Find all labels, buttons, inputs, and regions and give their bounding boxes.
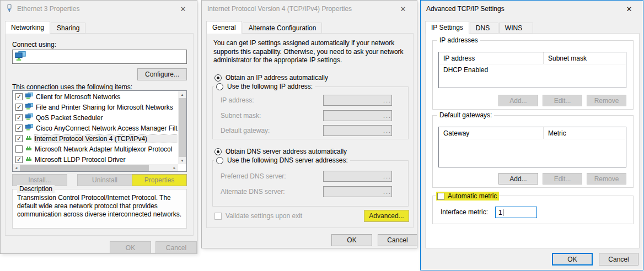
listview-row-dhcp[interactable]: DHCP Enabled [439, 64, 626, 74]
checkbox-checked[interactable]: ✓ [15, 104, 23, 111]
connection-items-listbox[interactable]: ✓ Client for Microsoft Networks ✓ File a… [12, 90, 187, 172]
list-item[interactable]: Microsoft Network Adapter Multiplexor Pr… [13, 144, 178, 154]
remove-button[interactable]: Remove [587, 95, 626, 106]
cancel-button[interactable]: Cancel [378, 234, 417, 246]
list-item[interactable]: ✓ Cisco AnyConnect Network Access Manage… [13, 123, 178, 133]
preferred-dns-field[interactable]: ... [323, 171, 392, 182]
dialog-title: Internet Protocol Version 4 (TCP/IPv4) P… [207, 5, 352, 13]
radio-unselected-icon[interactable] [216, 157, 223, 164]
checkbox-checked[interactable]: ✓ [15, 93, 23, 100]
list-item[interactable]: ✓ QoS Packet Scheduler [13, 112, 178, 123]
advanced-button-highlighted[interactable]: Advanced... [364, 210, 409, 222]
checkbox-unchecked[interactable] [437, 193, 444, 200]
radio-label: Obtain an IP address automatically [226, 74, 328, 82]
advanced-titlebar[interactable]: Advanced TCP/IP Settings ✕ [421, 1, 643, 17]
properties-button-highlighted[interactable]: Properties [132, 174, 187, 186]
tab-general[interactable]: General [206, 21, 242, 34]
checkbox-checked[interactable]: ✓ [15, 156, 23, 163]
preferred-dns-label: Preferred DNS server: [221, 172, 286, 180]
checkbox-unchecked[interactable] [15, 145, 23, 153]
add-button[interactable]: Add... [498, 95, 538, 106]
checkbox-checked[interactable]: ✓ [15, 114, 23, 121]
octet-dot: . [383, 173, 385, 180]
column-header-subnet[interactable]: Subnet mask [544, 55, 587, 62]
client-service-icon [25, 93, 33, 101]
cancel-button[interactable]: Cancel [155, 241, 197, 254]
horizontal-scrollbar[interactable]: ◄ ► [13, 164, 178, 171]
ethernet-plug-icon [6, 4, 13, 14]
tab-networking[interactable]: Networking [5, 21, 50, 34]
default-gateways-caption: Default gateways: [437, 111, 494, 119]
scroll-down-icon[interactable]: ▼ [178, 157, 186, 164]
ethernet-properties-dialog: Ethernet 3 Properties ✕ Networking Shari… [0, 0, 197, 254]
add-button[interactable]: Add... [498, 173, 538, 185]
subnet-mask-field[interactable]: ... [323, 110, 392, 121]
configure-button[interactable]: Configure... [137, 68, 187, 80]
interface-metric-label: Interface metric: [441, 208, 488, 216]
list-item[interactable]: ✓ Client for Microsoft Networks [13, 91, 178, 102]
uninstall-button[interactable]: Uninstall [77, 174, 132, 186]
list-item[interactable]: ✓ File and Printer Sharing for Microsoft… [13, 102, 178, 112]
radio-use-dns[interactable]: Use the following DNS server addresses: [214, 156, 350, 164]
listbox-rows: ✓ Client for Microsoft Networks ✓ File a… [13, 91, 178, 165]
install-button[interactable]: Install... [12, 174, 67, 186]
list-item-label: Cisco AnyConnect Network Access Manager … [36, 124, 178, 132]
radio-selected-icon[interactable] [214, 74, 222, 82]
radio-obtain-ip[interactable]: Obtain an IP address automatically [214, 74, 328, 82]
alternate-dns-field[interactable]: ... [323, 186, 392, 197]
list-item-label: File and Printer Sharing for Microsoft N… [36, 104, 178, 111]
scroll-up-icon[interactable]: ▲ [178, 91, 186, 98]
close-icon[interactable]: ✕ [395, 3, 411, 15]
network-adapter-icon [15, 51, 26, 62]
gateways-listview[interactable]: Gateway Metric [438, 127, 626, 167]
ok-button[interactable]: OK [331, 234, 372, 246]
list-item[interactable]: ✓ Microsoft LLDP Protocol Driver [13, 154, 178, 165]
ip-address-field[interactable]: ... [323, 95, 392, 106]
ipv4-titlebar[interactable]: Internet Protocol Version 4 (TCP/IPv4) P… [202, 1, 417, 17]
vertical-scroll-thumb[interactable] [179, 98, 186, 157]
list-item-selected[interactable]: ✓ Internet Protocol Version 4 (TCP/IPv4) [13, 133, 178, 144]
interface-metric-field[interactable]: 1 [495, 207, 537, 218]
radio-selected-icon[interactable] [214, 148, 222, 155]
edit-button[interactable]: Edit... [543, 173, 582, 185]
checkbox-checked[interactable]: ✓ [15, 135, 23, 142]
radio-label: Use the following DNS server addresses: [227, 156, 348, 164]
dialog-title: Ethernet 3 Properties [17, 5, 79, 13]
items-caption: This connection uses the following items… [12, 83, 132, 91]
tab-dns[interactable]: DNS [470, 23, 498, 34]
radio-obtain-dns[interactable]: Obtain DNS server address automatically [214, 148, 347, 155]
close-icon[interactable]: ✕ [621, 3, 637, 15]
radio-label: Obtain DNS server address automatically [226, 148, 347, 155]
default-gateway-field[interactable]: ... [323, 125, 392, 136]
gateway-buttons-row: Add... Edit... Remove [498, 173, 626, 185]
column-header-metric[interactable]: Metric [544, 129, 566, 137]
scroll-right-icon[interactable]: ► [171, 164, 178, 171]
list-item-label: Internet Protocol Version 4 (TCP/IPv4) [35, 135, 178, 143]
ip-addresses-listview[interactable]: IP address Subnet mask DHCP Enabled [438, 52, 626, 88]
checkbox-checked[interactable]: ✓ [15, 124, 23, 132]
column-header-ip[interactable]: IP address [439, 52, 544, 64]
vertical-scrollbar[interactable]: ▲ ▼ [178, 91, 186, 164]
ethernet-titlebar[interactable]: Ethernet 3 Properties ✕ [1, 1, 197, 17]
auto-metric-label: Automatic metric [448, 192, 497, 200]
advanced-tabs: IP Settings DNS WINS [425, 21, 534, 34]
octet-dot: . [383, 112, 385, 119]
checkbox-unchecked[interactable] [214, 213, 222, 220]
tab-alternate-configuration[interactable]: Alternate Configuration [243, 23, 323, 34]
tab-sharing[interactable]: Sharing [51, 23, 85, 34]
tab-ip-settings[interactable]: IP Settings [425, 21, 469, 34]
ok-button[interactable]: OK [552, 253, 593, 265]
radio-use-ip[interactable]: Use the following IP address: [214, 83, 315, 90]
edit-button[interactable]: Edit... [543, 95, 582, 106]
scroll-left-icon[interactable]: ◄ [13, 164, 20, 171]
cancel-button[interactable]: Cancel [599, 253, 638, 265]
ok-button[interactable]: OK [110, 241, 151, 254]
column-header-gateway[interactable]: Gateway [439, 127, 544, 139]
remove-button[interactable]: Remove [587, 173, 626, 185]
intro-text: You can get IP settings assigned automat… [213, 39, 407, 65]
horizontal-scroll-thumb[interactable] [20, 165, 149, 171]
close-icon[interactable]: ✕ [175, 3, 191, 15]
tab-wins[interactable]: WINS [499, 23, 533, 34]
validate-checkbox-row[interactable]: Validate settings upon exit [214, 212, 302, 220]
radio-unselected-icon[interactable] [216, 83, 223, 90]
